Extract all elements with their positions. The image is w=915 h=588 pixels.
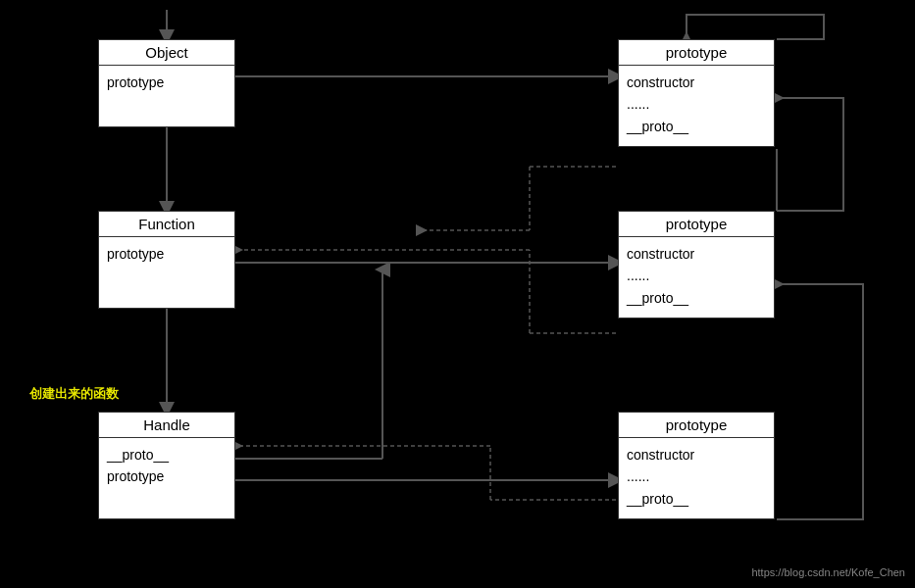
function-proto-constructor: constructor [627,243,766,265]
handle-proto-box: prototype constructor ...... __proto__ [618,412,775,519]
function-box: Function prototype [98,211,235,309]
handle-box-title: Handle [99,413,234,438]
function-proto-box-body: constructor ...... __proto__ [619,237,774,315]
handle-proto-box-title: prototype [619,413,774,438]
handle-proto-constructor: constructor [627,444,766,466]
function-box-title: Function [99,212,234,237]
handle-box: Handle __proto__ prototype [98,412,235,519]
created-function-label: 创建出来的函数 [29,385,119,403]
object-box-title: Object [99,40,234,66]
handle-box-body: __proto__ prototype [99,438,234,494]
object-proto-proto: __proto__ [627,116,766,137]
object-proto-box-body: constructor ...... __proto__ [619,66,774,143]
object-proto-constructor: constructor [627,72,766,93]
function-prototype-line: prototype [107,243,227,265]
handle-proto-proto: __proto__ [627,488,766,510]
function-proto-box: prototype constructor ...... __proto__ [618,211,775,318]
object-prototype-line: prototype [107,72,227,93]
function-box-body: prototype [99,237,234,270]
object-proto-box: prototype constructor ...... __proto__ [618,39,775,147]
handle-dunderproto-line: __proto__ [107,444,227,466]
function-proto-proto: __proto__ [627,287,766,309]
function-proto-box-title: prototype [619,212,774,237]
handle-proto-dots: ...... [627,466,766,487]
watermark: https://blog.csdn.net/Kofe_Chen [751,566,905,578]
function-proto-dots: ...... [627,265,766,286]
diagram-container: Object prototype prototype constructor .… [0,0,915,588]
object-box: Object prototype [98,39,235,127]
handle-proto-box-body: constructor ...... __proto__ [619,438,774,515]
handle-prototype-line: prototype [107,466,227,487]
object-proto-box-title: prototype [619,40,774,66]
object-box-body: prototype [99,66,234,99]
object-proto-dots: ...... [627,93,766,115]
